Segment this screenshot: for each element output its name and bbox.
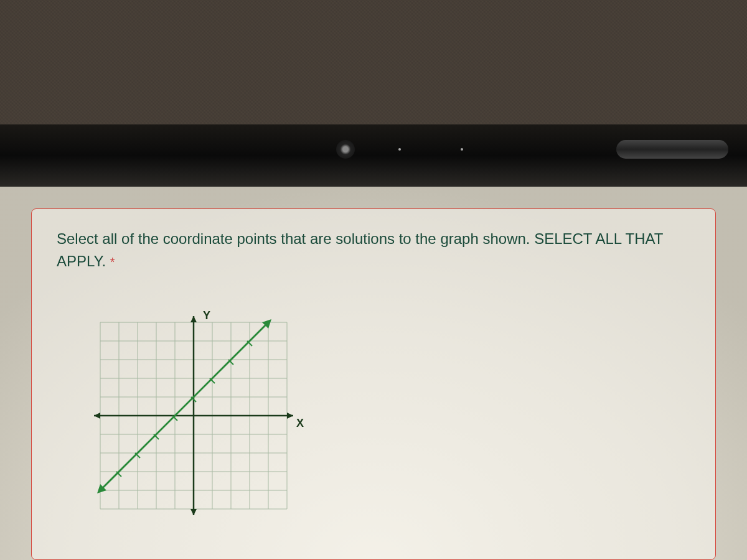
question-prompt: Select all of the coordinate points that… (57, 230, 663, 269)
question-card: Select all of the coordinate points that… (31, 208, 716, 560)
laptop-screen: Select all of the coordinate points that… (0, 187, 747, 560)
svg-marker-23 (94, 413, 100, 419)
svg-line-26 (100, 322, 268, 490)
y-axis-label: Y (203, 309, 210, 322)
plotted-line (97, 319, 271, 493)
bezel-indicator (398, 148, 401, 151)
axes (94, 316, 293, 515)
x-axis-label: X (296, 417, 304, 429)
svg-marker-25 (190, 509, 197, 515)
svg-marker-22 (287, 413, 293, 419)
webcam (336, 140, 355, 159)
svg-marker-24 (190, 316, 197, 322)
question-text: Select all of the coordinate points that… (57, 228, 690, 273)
required-asterisk: * (110, 255, 115, 269)
laptop-hinge (616, 140, 728, 159)
graph-svg: Y X (69, 291, 318, 540)
coordinate-graph: Y X (69, 291, 318, 540)
bezel-indicator (461, 148, 463, 151)
background-fabric (0, 0, 747, 124)
